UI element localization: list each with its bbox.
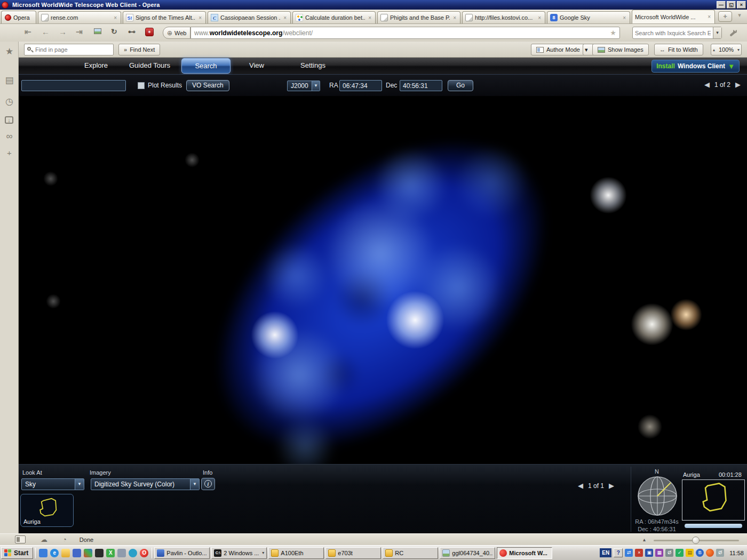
- speed-dial-icon[interactable]: ◔: [62, 535, 67, 543]
- go-button[interactable]: Go: [448, 80, 473, 91]
- opera-widgets-icon[interactable]: [39, 549, 47, 557]
- tools-icon[interactable]: X: [106, 549, 115, 557]
- bluetooth-tray-icon[interactable]: B: [696, 549, 704, 557]
- info-button[interactable]: i: [201, 478, 215, 490]
- zoom-up-icon[interactable]: ▴: [713, 47, 715, 52]
- taskbar-button-image[interactable]: ggl064734_40...: [440, 547, 495, 559]
- windows-launch-icon[interactable]: [73, 549, 81, 557]
- sky-canvas[interactable]: [19, 96, 747, 464]
- tab-close-icon[interactable]: ×: [452, 15, 457, 21]
- look-at-select[interactable]: Sky ▼: [21, 478, 84, 490]
- find-in-page-field[interactable]: [24, 44, 114, 55]
- back-icon[interactable]: ←: [42, 27, 50, 36]
- taskbar-button-windows-group[interactable]: C:\ 2 Windows ... ▾: [211, 547, 267, 559]
- prev-page-icon[interactable]: ◀: [704, 81, 710, 89]
- tab-wwt-active[interactable]: Microsoft WorldWide ... ×: [632, 10, 715, 23]
- tab-close-icon[interactable]: ×: [282, 15, 288, 21]
- reload-icon[interactable]: ↻: [111, 27, 117, 36]
- bookmarks-icon[interactable]: ★: [0, 46, 19, 57]
- kbs-icon[interactable]: [129, 549, 137, 557]
- updates-tray-icon[interactable]: ▤: [686, 549, 694, 557]
- shield-tray-icon[interactable]: ✓: [676, 549, 684, 557]
- taskbar-button-a100eth[interactable]: A100Eth: [268, 547, 324, 559]
- zoom-dropdown-icon[interactable]: ▾: [737, 47, 740, 52]
- zoom-control[interactable]: ▴ 100% ▾: [711, 44, 742, 55]
- minimize-button[interactable]: —: [717, 1, 726, 9]
- tab-search-active[interactable]: Search: [181, 58, 231, 74]
- tab-close-icon[interactable]: ×: [197, 15, 203, 21]
- search-query-input[interactable]: [21, 80, 126, 91]
- install-windows-client-button[interactable]: Install Windows Client ▼: [651, 60, 740, 73]
- language-indicator[interactable]: EN: [600, 548, 611, 557]
- orientation-sphere[interactable]: [637, 475, 678, 517]
- zoom-popup-icon[interactable]: ▴: [643, 537, 646, 542]
- tab-close-icon[interactable]: ×: [706, 14, 712, 20]
- notes-icon[interactable]: ▤: [0, 75, 19, 86]
- error-tray-icon[interactable]: ×: [635, 549, 643, 557]
- epoch-select[interactable]: J2000 ▼: [287, 81, 320, 91]
- imagery-select[interactable]: Digitized Sky Survey (Color) ▼: [91, 478, 200, 490]
- address-input[interactable]: www.worldwidetelescope.org/webclient/ ★: [190, 27, 620, 39]
- next-page-icon[interactable]: ▶: [735, 81, 741, 89]
- device-tray-icon[interactable]: ▦: [655, 549, 663, 557]
- find-in-page-input[interactable]: [33, 46, 113, 53]
- start-button[interactable]: Start: [1, 547, 33, 559]
- find-next-button[interactable]: » Find Next: [118, 44, 160, 55]
- fist-panel-icon[interactable]: ☁: [41, 535, 47, 543]
- taskbar-button-wwt-active[interactable]: Microsoft W...: [497, 547, 552, 559]
- web-protocol-button[interactable]: ⊕ Web: [163, 27, 190, 39]
- links-icon[interactable]: ∞: [0, 131, 19, 142]
- fastforward-icon[interactable]: ⇥: [76, 27, 83, 37]
- tab-explore[interactable]: Explore: [84, 61, 108, 69]
- forward-icon[interactable]: →: [59, 27, 67, 36]
- opera-icon[interactable]: O: [140, 549, 148, 557]
- page-zoom-slider[interactable]: [654, 540, 739, 541]
- msn-icon[interactable]: [84, 549, 92, 557]
- tab-close-icon[interactable]: ×: [113, 15, 118, 21]
- key-icon[interactable]: ⊷: [128, 27, 136, 36]
- tab-view[interactable]: View: [249, 61, 264, 69]
- tab-sott[interactable]: S! Signs of the Times Alt... ×: [123, 11, 206, 23]
- show-images-button[interactable]: Show Images: [592, 44, 649, 55]
- ra-input[interactable]: [339, 80, 382, 91]
- constellation-thumbnail[interactable]: Auriga: [20, 494, 74, 527]
- tab-list-dropdown-icon[interactable]: ▾: [734, 12, 745, 21]
- add-panel-icon[interactable]: +: [0, 148, 19, 157]
- restore-button[interactable]: ◱: [727, 1, 736, 9]
- fit-to-width-button[interactable]: ↔ Fit to Width: [654, 44, 703, 55]
- clock-app-icon[interactable]: [95, 549, 104, 557]
- downloads-icon[interactable]: ↓: [5, 116, 13, 124]
- scrollbar-thumb[interactable]: [685, 524, 742, 528]
- sync-tray-icon[interactable]: ⇄: [625, 549, 633, 557]
- opera-tray-icon[interactable]: [706, 549, 714, 557]
- bookmark-star-icon[interactable]: ★: [610, 29, 616, 37]
- tab-kostovi[interactable]: http://files.kostovi.co... ×: [462, 11, 545, 23]
- help-icon[interactable]: ?: [614, 548, 623, 557]
- calculator-icon[interactable]: [117, 549, 126, 557]
- wrench-icon[interactable]: [728, 28, 737, 38]
- tab-settings[interactable]: Settings: [300, 61, 325, 69]
- tab-close-icon[interactable]: ×: [537, 15, 542, 21]
- page-style-icon[interactable]: [94, 28, 101, 34]
- search-engine-dropdown[interactable]: ▾: [713, 27, 721, 38]
- web-search-field[interactable]: ▾: [632, 27, 722, 39]
- folder-icon[interactable]: [61, 549, 70, 557]
- network-tray-icon[interactable]: ▣: [645, 549, 653, 557]
- opera-menu-button[interactable]: Opera: [1, 11, 36, 23]
- panel-toggle-icon[interactable]: [15, 535, 26, 543]
- tab-close-icon[interactable]: ×: [622, 15, 627, 21]
- vo-search-button[interactable]: VO Search: [186, 80, 229, 91]
- tab-guided-tours[interactable]: Guided Tours: [129, 61, 170, 69]
- tab-cassiopaean[interactable]: C Cassiopaean Session ... ×: [208, 11, 291, 23]
- prev-page-icon[interactable]: ◀: [578, 482, 583, 490]
- mute-tray-icon[interactable]: Ø: [665, 549, 673, 557]
- taskbar-button-outlook[interactable]: Pavlin - Outlo...: [154, 547, 210, 559]
- dec-input[interactable]: [400, 80, 442, 91]
- rewind-icon[interactable]: ⇤: [25, 27, 31, 37]
- internet-explorer-icon[interactable]: e: [50, 549, 59, 557]
- slider-knob[interactable]: [692, 537, 700, 544]
- taskbar-button-rc[interactable]: RC: [383, 547, 438, 559]
- plot-results-checkbox[interactable]: [138, 82, 145, 89]
- tab-close-icon[interactable]: ×: [367, 15, 372, 21]
- close-button[interactable]: ×: [737, 1, 746, 9]
